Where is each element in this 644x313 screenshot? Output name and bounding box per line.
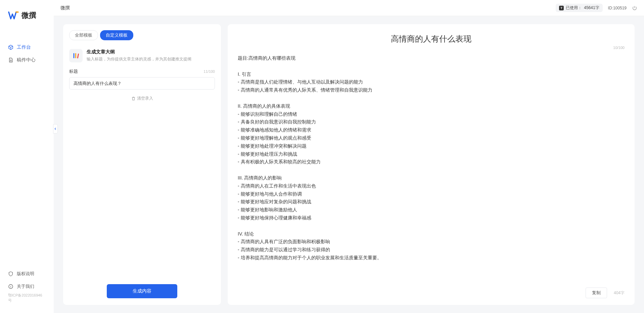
main-area: 微撰 T 已使用： 45641字 ID:100519 全部模板 自定义模板 [54,0,644,313]
nav-workbench[interactable]: 工作台 [0,41,54,54]
copy-button[interactable]: 复制 [586,288,607,298]
logo-mark-icon [8,10,19,21]
page-title: 微撰 [60,5,550,11]
nav-label: 关于我们 [17,283,34,290]
usage-badge: T 已使用： 45641字 [556,4,602,12]
template-tabs: 全部模板 自定义模板 [69,30,215,40]
title-label: 标题 [69,68,78,74]
shield-icon [8,271,13,276]
nav-copyright[interactable]: 版权说明 [0,267,54,280]
primary-nav: 工作台 稿件中心 [0,31,54,267]
power-icon[interactable] [632,5,637,11]
result-panel: 高情商的人有什么表现 10/100 题目:高情商的人有哪些表现 I. 引言 - … [228,24,635,305]
title-char-counter: 11/100 [203,69,215,73]
user-id-label: ID:100519 [608,6,627,10]
template-thumb-icon [69,49,83,62]
generate-button[interactable]: 生成内容 [107,284,177,298]
brand-logo: 微撰 [0,10,54,31]
input-panel: 全部模板 自定义模板 生成文章大纲 输入标题，为你提供文章主体的灵感，并为其创建… [63,24,221,305]
title-label-row: 标题 11/100 [69,68,215,74]
result-title: 高情商的人有什么表现 [238,34,625,44]
tab-all-templates[interactable]: 全部模板 [69,30,98,40]
text-usage-icon: T [559,6,564,10]
template-card: 生成文章大纲 输入标题，为你提供文章主体的灵感，并为其创建推文提纲 [69,48,215,68]
nav-about[interactable]: 关于我们 [0,280,54,293]
cube-icon [8,45,13,50]
document-icon [8,57,13,63]
nav-label: 工作台 [17,44,31,50]
sidebar-collapse-handle[interactable] [53,124,58,134]
result-body: 题目:高情商的人有哪些表现 I. 引言 - 高情商是指人们处理情绪、与他人互动以… [238,54,625,284]
tab-custom-templates[interactable]: 自定义模板 [100,30,133,40]
result-title-counter: 10/100 [238,46,625,50]
sidebar: 微撰 工作台 稿件中心 版权说明 [0,0,54,313]
work-area: 全部模板 自定义模板 生成文章大纲 输入标题，为你提供文章主体的灵感，并为其创建… [54,16,644,313]
clear-input-link[interactable]: 清空录入 [131,96,153,101]
info-icon [8,284,13,289]
clear-label: 清空录入 [137,96,153,101]
nav-drafts[interactable]: 稿件中心 [0,54,54,66]
nav-label: 版权说明 [17,271,34,277]
footer-nav: 版权说明 关于我们 鄂ICP备2022016946号 [0,267,54,313]
template-desc: 输入标题，为你提供文章主体的灵感，并为其创建推文提纲 [87,56,191,62]
icp-label: 鄂ICP备2022016946号 [0,293,54,306]
brand-name: 微撰 [21,10,36,20]
usage-prefix: 已使用： [566,5,582,11]
topbar: 微撰 T 已使用： 45641字 ID:100519 [54,0,644,16]
word-count: 404字 [614,290,625,296]
template-title: 生成文章大纲 [87,49,191,55]
usage-value: 45641字 [584,5,599,11]
nav-label: 稿件中心 [17,57,36,63]
trash-icon [131,96,136,101]
title-input[interactable] [69,77,215,90]
result-footer: 复制 404字 [238,284,625,298]
